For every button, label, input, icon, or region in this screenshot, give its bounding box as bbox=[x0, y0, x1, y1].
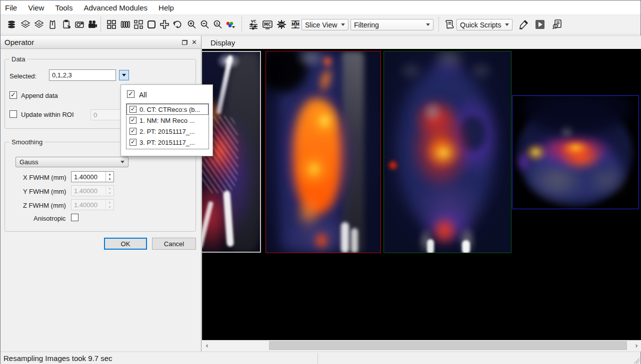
image-blob bbox=[341, 222, 349, 253]
image-blob bbox=[426, 58, 467, 89]
chevron-down-icon bbox=[341, 23, 345, 26]
layout-single-icon[interactable] bbox=[144, 16, 158, 32]
y-fwhm-value: 1.40000 bbox=[72, 187, 106, 195]
camera-icon[interactable] bbox=[72, 16, 86, 32]
image-blob bbox=[427, 239, 434, 253]
layout-columns-icon[interactable] bbox=[118, 16, 132, 32]
item-checkbox[interactable] bbox=[130, 106, 136, 113]
slice-view-combo-value: Slice View bbox=[305, 21, 337, 29]
image-blob bbox=[522, 95, 632, 133]
slice-view-combo[interactable]: Slice View bbox=[302, 19, 348, 30]
zoom-in-icon[interactable] bbox=[184, 16, 198, 32]
menu-view[interactable]: View bbox=[22, 0, 50, 14]
anisotropic-checkbox[interactable] bbox=[71, 214, 78, 221]
item-label: 1. NM: NM Reco ... bbox=[140, 117, 195, 124]
filtering-combo[interactable]: Filtering bbox=[350, 19, 434, 30]
x-fwhm-spinbox[interactable]: 1.40000 ▲▼ bbox=[71, 171, 114, 182]
operator-titlebar: Operator ✕ bbox=[0, 36, 201, 49]
display-horizontal-scrollbar[interactable]: ‹ › bbox=[202, 340, 641, 350]
vc-controls-icon[interactable]: VC bbox=[246, 16, 260, 32]
scroll-left-icon[interactable]: ‹ bbox=[202, 341, 212, 351]
list-item[interactable]: 0. CT: CTReco:s (b... bbox=[126, 104, 208, 115]
quick-scripts-combo[interactable]: Quick Scripts bbox=[456, 19, 512, 30]
item-checkbox[interactable] bbox=[130, 117, 136, 124]
list-item[interactable]: 2. PT: 20151117_... bbox=[126, 126, 208, 137]
list-item[interactable]: 1. NM: NM Reco ... bbox=[126, 115, 208, 126]
append-data-checkbox[interactable] bbox=[10, 91, 17, 99]
zoom-auto-icon[interactable]: A bbox=[210, 16, 224, 32]
image-blob bbox=[308, 103, 341, 139]
video-camera-icon[interactable] bbox=[86, 16, 100, 32]
edit-script-icon[interactable] bbox=[516, 16, 530, 32]
spin-down-icon: ▼ bbox=[106, 191, 114, 196]
layers-add-icon[interactable]: + bbox=[32, 16, 46, 32]
viewport-axial-fusion[interactable] bbox=[512, 95, 639, 209]
viewport-sagittal-fusion[interactable] bbox=[266, 51, 381, 253]
scroll-right-icon[interactable]: › bbox=[632, 341, 641, 351]
item-checkbox[interactable] bbox=[130, 139, 136, 146]
list-item[interactable]: 3. PT: 20151117_... bbox=[126, 137, 208, 148]
script-icon[interactable] bbox=[442, 16, 456, 32]
image-blob bbox=[398, 66, 494, 232]
float-panel-icon[interactable] bbox=[182, 40, 188, 45]
menu-tools[interactable]: Tools bbox=[50, 0, 78, 14]
spin-buttons: ▲▼ bbox=[106, 200, 114, 210]
dataset-icon[interactable] bbox=[4, 16, 18, 32]
rotate-view-icon[interactable] bbox=[170, 16, 184, 32]
chevron-down-icon bbox=[426, 23, 430, 26]
script-log-icon[interactable] bbox=[550, 16, 564, 32]
spin-buttons: ▲▼ bbox=[106, 186, 114, 196]
layout-cross-icon[interactable] bbox=[158, 16, 172, 32]
layout-grid-icon[interactable] bbox=[104, 16, 118, 32]
menu-file[interactable]: File bbox=[0, 0, 22, 14]
menu-help[interactable]: Help bbox=[153, 0, 180, 14]
mm-range-icon[interactable]: MM bbox=[288, 16, 302, 32]
image-blob bbox=[295, 51, 327, 68]
resize-grip[interactable] bbox=[633, 357, 640, 364]
all-checkbox[interactable] bbox=[127, 90, 134, 98]
smoothing-method-combo[interactable]: Gauss bbox=[16, 157, 128, 167]
selected-input[interactable]: 0,1,2,3 bbox=[49, 69, 116, 81]
run-script-icon[interactable] bbox=[533, 16, 547, 32]
svg-text:MC: MC bbox=[264, 22, 271, 27]
item-label: 2. PT: 20151117_... bbox=[140, 128, 195, 135]
spin-up-icon: ▲ bbox=[106, 186, 114, 191]
image-blob bbox=[211, 112, 256, 242]
subject-icon[interactable] bbox=[46, 16, 60, 32]
image-blob bbox=[468, 60, 494, 81]
close-panel-icon[interactable]: ✕ bbox=[192, 40, 197, 45]
scrollbar-thumb[interactable] bbox=[269, 341, 627, 350]
image-blob bbox=[295, 195, 323, 231]
image-blob bbox=[282, 95, 358, 221]
image-blob bbox=[216, 52, 241, 70]
spin-down-icon[interactable]: ▼ bbox=[106, 177, 114, 182]
cancel-button[interactable]: Cancel bbox=[152, 238, 196, 250]
image-blob bbox=[526, 143, 622, 201]
display-canvas[interactable] bbox=[202, 49, 641, 340]
update-roi-checkbox[interactable] bbox=[10, 110, 17, 118]
item-label: 3. PT: 20151117_... bbox=[140, 139, 195, 146]
selected-dropdown-button[interactable] bbox=[119, 70, 129, 80]
image-blob bbox=[216, 55, 234, 114]
layers-one-icon[interactable]: 1 bbox=[18, 16, 32, 32]
ok-button[interactable]: OK bbox=[104, 238, 147, 250]
rgb-channels-icon[interactable] bbox=[224, 16, 238, 32]
spin-down-icon: ▼ bbox=[106, 205, 114, 210]
dm-gear-icon[interactable]: DM bbox=[274, 16, 288, 32]
mc-display-icon[interactable]: MC bbox=[260, 16, 274, 32]
image-blob bbox=[413, 177, 484, 238]
append-data-label: Append data bbox=[21, 92, 58, 99]
menu-advanced-modules[interactable]: Advanced Modules bbox=[78, 0, 153, 14]
spin-buttons[interactable]: ▲▼ bbox=[106, 172, 114, 182]
z-fwhm-spinbox: 1.40000 ▲▼ bbox=[71, 199, 114, 210]
chevron-down-icon bbox=[505, 23, 509, 26]
zoom-out-icon[interactable] bbox=[198, 16, 212, 32]
viewport-coronal-fusion[interactable] bbox=[384, 51, 512, 253]
item-checkbox[interactable] bbox=[130, 128, 136, 135]
spin-up-icon[interactable]: ▲ bbox=[106, 172, 114, 177]
layout-mixed-icon[interactable] bbox=[132, 16, 146, 32]
x-fwhm-label: X FWHM (mm) bbox=[23, 174, 66, 181]
toolbar-separator bbox=[242, 17, 242, 32]
display-panel: Display bbox=[202, 35, 641, 352]
clipboard-icon[interactable] bbox=[60, 16, 74, 32]
